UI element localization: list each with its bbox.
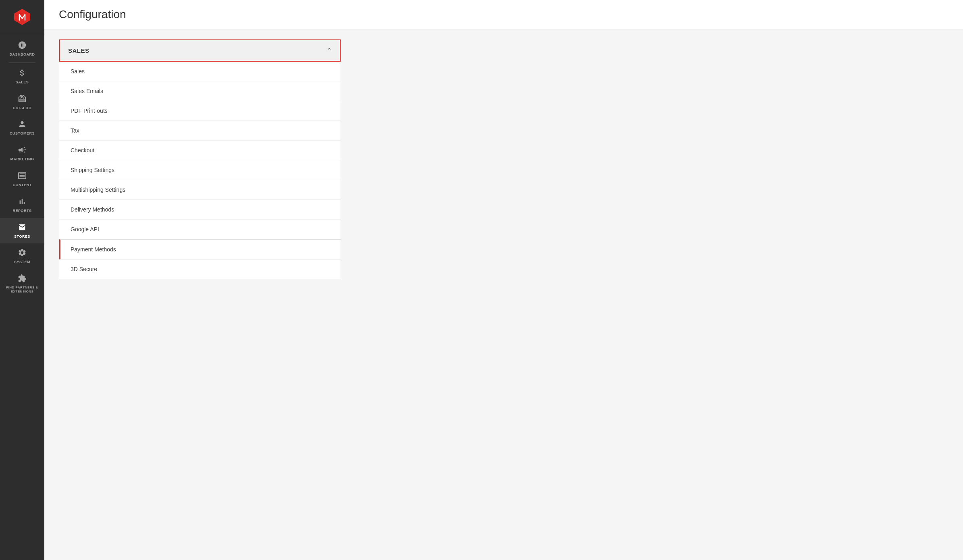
sidebar-item-reports[interactable]: REPORTS <box>0 192 44 218</box>
sidebar-item-label-content: CONTENT <box>13 183 32 187</box>
sidebar: DASHBOARD SALES CATALOG CUSTOMERS <box>0 0 44 560</box>
sidebar-item-marketing[interactable]: MARKETING <box>0 141 44 166</box>
content-area: SALES ⌃ Sales Sales Emails PDF Print-out… <box>44 29 963 560</box>
menu-item-sales[interactable]: Sales <box>59 62 341 81</box>
menu-items-list: Sales Sales Emails PDF Print-outs Tax Ch… <box>59 62 341 279</box>
sidebar-item-extensions[interactable]: FIND PARTNERS & EXTENSIONS <box>0 269 44 298</box>
reports-icon <box>18 197 27 207</box>
magento-logo-icon <box>12 7 32 27</box>
sidebar-item-label-system: SYSTEM <box>14 260 30 264</box>
menu-item-sales-emails[interactable]: Sales Emails <box>59 81 341 101</box>
sales-section-header[interactable]: SALES ⌃ <box>59 39 341 62</box>
sidebar-item-label-customers: CUSTOMERS <box>10 131 35 136</box>
config-panel: SALES ⌃ Sales Sales Emails PDF Print-out… <box>59 39 341 279</box>
sidebar-divider-1 <box>9 62 35 63</box>
main-content: Configuration SALES ⌃ Sales Sales Emails… <box>44 0 963 560</box>
sidebar-item-sales[interactable]: SALES <box>0 64 44 89</box>
page-title: Configuration <box>59 8 948 21</box>
menu-item-payment-methods[interactable]: Payment Methods <box>59 239 341 259</box>
sidebar-item-label-reports: REPORTS <box>12 209 31 213</box>
menu-item-delivery-methods[interactable]: Delivery Methods <box>59 200 341 220</box>
sidebar-item-label-extensions: FIND PARTNERS & EXTENSIONS <box>2 286 43 293</box>
sales-icon <box>18 68 27 79</box>
content-icon <box>18 171 27 181</box>
stores-icon <box>18 223 27 233</box>
sidebar-item-stores[interactable]: STORES <box>0 218 44 244</box>
dashboard-icon <box>18 41 27 51</box>
sidebar-item-label-stores: STORES <box>14 234 30 239</box>
sidebar-item-label-sales: SALES <box>16 80 29 85</box>
marketing-icon <box>18 145 27 156</box>
menu-item-google-api[interactable]: Google API <box>59 220 341 239</box>
sales-section-title: SALES <box>68 47 89 54</box>
sidebar-item-label-catalog: CATALOG <box>13 106 32 110</box>
sidebar-item-content[interactable]: CONTENT <box>0 166 44 192</box>
sidebar-item-dashboard[interactable]: DASHBOARD <box>0 36 44 62</box>
sidebar-item-system[interactable]: SYSTEM <box>0 243 44 269</box>
sidebar-item-label-dashboard: DASHBOARD <box>10 52 35 57</box>
customers-icon <box>18 120 27 130</box>
menu-item-multishipping-settings[interactable]: Multishipping Settings <box>59 180 341 200</box>
catalog-icon <box>18 94 27 104</box>
page-header: Configuration <box>44 0 963 29</box>
sidebar-logo <box>0 0 44 34</box>
menu-item-checkout[interactable]: Checkout <box>59 141 341 160</box>
sidebar-item-catalog[interactable]: CATALOG <box>0 89 44 115</box>
menu-item-pdf-printouts[interactable]: PDF Print-outs <box>59 101 341 121</box>
menu-item-3d-secure[interactable]: 3D Secure <box>59 259 341 279</box>
sidebar-item-label-marketing: MARKETING <box>10 157 34 162</box>
chevron-up-icon: ⌃ <box>327 47 332 54</box>
system-icon <box>18 248 27 258</box>
menu-item-tax[interactable]: Tax <box>59 121 341 141</box>
extensions-icon <box>18 274 27 284</box>
sidebar-item-customers[interactable]: CUSTOMERS <box>0 115 44 141</box>
menu-item-shipping-settings[interactable]: Shipping Settings <box>59 160 341 180</box>
